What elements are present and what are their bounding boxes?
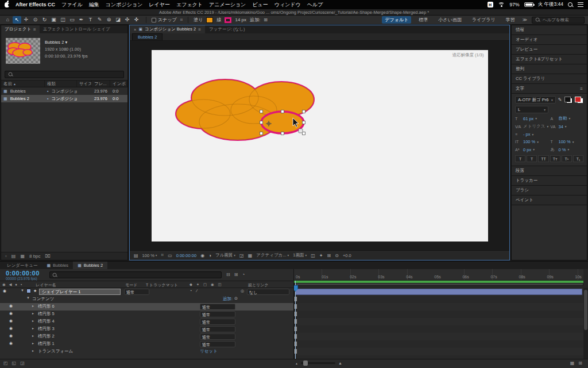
character-field[interactable]: A自動▾ — [551, 116, 584, 121]
transform-label[interactable]: トランスフォーム — [38, 348, 73, 354]
column-framerate[interactable]: フレ... — [92, 80, 110, 87]
orbit-tool-icon[interactable]: ↻ — [40, 16, 49, 24]
fill-stroke-chip[interactable] — [575, 97, 583, 103]
visibility-eye-icon[interactable]: ◉ — [9, 326, 13, 331]
parent-select[interactable]: なし▾ — [247, 289, 289, 295]
magnification-select[interactable]: 100 %▾ — [142, 253, 157, 258]
notification-center-icon[interactable] — [578, 2, 583, 7]
interpret-footage-icon[interactable]: ▫ — [5, 254, 7, 259]
contents-group-row[interactable]: ▼ コンテンツ 追加: ⊙ — [0, 296, 293, 303]
twirl-right-icon[interactable]: ▸ — [32, 319, 34, 323]
visibility-eye-icon[interactable]: ◉ — [3, 289, 6, 293]
column-layer-name[interactable]: レイヤー名 — [36, 282, 56, 288]
layer-switches[interactable]: ◔ ∕ — [189, 289, 199, 293]
column-import[interactable]: インポ — [110, 80, 127, 87]
tab-effect-controls[interactable]: エフェクトコントロール シェイプ — [40, 25, 114, 33]
fill-color-swatch[interactable] — [206, 17, 213, 23]
menubar-item[interactable]: アニメーション — [209, 1, 246, 9]
workspace-tab[interactable]: 小さい画面 — [435, 16, 464, 24]
楕円形 1[interactable]: ◉ ▸ 楕円形 1 通常▾ — [0, 340, 293, 348]
snap-options-icon[interactable]: ⌗ — [180, 17, 183, 23]
twirl-right-icon[interactable]: ▸ — [32, 326, 34, 330]
panel-menu-icon[interactable]: ≡ — [198, 27, 201, 32]
color-depth-label[interactable]: 8 bpc — [29, 254, 41, 259]
column-mode[interactable]: モード — [125, 282, 137, 288]
resolution-select[interactable]: フル画質▾ — [215, 252, 235, 258]
help-search-input[interactable]: ヘルプを検索 — [532, 17, 585, 24]
visibility-eye-icon[interactable]: ◉ — [9, 304, 13, 308]
楕円形 4[interactable]: ◉ ▸ 楕円形 4 通常▾ — [0, 318, 293, 325]
shape-group-name[interactable]: 楕円形 4 — [38, 319, 55, 324]
region-of-interest-icon[interactable]: ◲ — [239, 253, 244, 258]
channels-icon[interactable]: ◑ — [208, 253, 211, 258]
character-field[interactable]: あ0 %▾ — [551, 147, 584, 152]
pixel-aspect-icon[interactable]: ◫ — [311, 253, 315, 258]
preview-time[interactable]: 0:00:00:00 — [176, 253, 196, 258]
work-area-bar[interactable] — [294, 283, 583, 286]
tab-project[interactable]: プロジェクト ≡ — [1, 25, 40, 33]
toggle-switches-modes-icon[interactable]: ▦ — [570, 361, 575, 366]
timeline-tab[interactable]: ▦Bubbles — [42, 262, 73, 269]
font-family-select[interactable]: A-OTF 新ゴ Pr6▾ — [515, 96, 556, 103]
playhead-line[interactable] — [295, 281, 296, 359]
stroke-color-swatch[interactable] — [225, 17, 231, 23]
timeline-vertical-scrollbar[interactable] — [583, 288, 588, 359]
type-tool-icon[interactable]: T — [86, 16, 95, 24]
layer-duration-bar[interactable] — [295, 289, 582, 295]
character-field[interactable]: VA34▾ — [551, 124, 584, 129]
zoom-slider[interactable] — [301, 362, 335, 364]
wifi-icon[interactable] — [498, 2, 505, 7]
selected-item-name[interactable]: Bubbles 2 ▾ — [45, 40, 88, 45]
visibility-eye-icon[interactable]: ◉ — [9, 319, 13, 323]
text-style-button[interactable]: TT — [538, 155, 548, 162]
楕円形 5[interactable]: ◉ ▸ 楕円形 5 通常▾ — [0, 310, 293, 318]
workspace-tab[interactable]: ライブラリ — [469, 16, 498, 24]
menubar-item[interactable]: レイヤー — [149, 1, 170, 9]
panel-header[interactable]: エフェクト&プリセット — [512, 55, 587, 64]
shape-group-name[interactable]: 楕円形 6 — [38, 304, 55, 309]
column-name[interactable]: 名前▲ — [1, 80, 45, 87]
column-size[interactable]: サイズ — [77, 80, 92, 87]
menubar-clock[interactable]: 火 午後3:44 — [538, 1, 563, 8]
text-style-button[interactable]: T — [515, 155, 525, 162]
panel-menu-icon[interactable]: ≡ — [580, 86, 583, 91]
spotlight-search-icon[interactable] — [568, 2, 573, 7]
panel-header[interactable]: トラッカー — [512, 176, 587, 186]
zoom-in-icon[interactable]: ▲ — [338, 361, 342, 365]
character-field[interactable]: V⁄Aメトリクス▾ — [515, 124, 548, 129]
shape-blend-mode-select[interactable]: 通常▾ — [200, 311, 235, 317]
text-color-chips[interactable] — [564, 97, 573, 103]
character-field[interactable]: Aª0 px▾ — [515, 147, 548, 152]
zoom-tool-icon[interactable]: ⊙ — [31, 16, 40, 24]
status-app-badge-icon[interactable]: H — [488, 2, 493, 7]
draft-3d-icon[interactable]: ⊞ — [234, 272, 238, 277]
label-color-chip[interactable] — [26, 289, 31, 293]
add-shape-icon[interactable]: ⊞ — [264, 17, 268, 22]
transform-reset-link[interactable]: リセット — [200, 348, 218, 354]
view-layout-select[interactable]: 1画面▾ — [293, 252, 307, 258]
eyedropper-icon[interactable]: ✎ — [558, 97, 562, 102]
delete-item-icon[interactable]: ⌧ — [45, 254, 51, 259]
snap-checkbox[interactable] — [152, 18, 156, 22]
Bubbles 2[interactable]: ▦Bubbles 2 ▪コンポジション 23.976 0:0 — [1, 95, 127, 102]
twirl-down-icon[interactable]: ▼ — [21, 289, 24, 292]
text-style-button[interactable]: Tᴛ — [550, 155, 560, 162]
text-style-button[interactable]: T — [527, 155, 537, 162]
active-camera-select[interactable]: アクティブカ...▾ — [256, 252, 289, 258]
font-style-select[interactable]: L▾ — [515, 106, 548, 113]
scrollbar-thumb[interactable] — [584, 290, 587, 330]
grid-guides-icon[interactable]: ⌗ — [161, 252, 164, 258]
timeline-tab[interactable]: レンダーキュー — [0, 262, 42, 269]
visibility-eye-icon[interactable]: ◉ — [9, 311, 13, 316]
add-label[interactable]: 追加: — [250, 17, 260, 23]
character-field[interactable]: T61 px▾ — [515, 116, 548, 121]
workspace-tab[interactable]: デフォルト — [382, 16, 411, 24]
stroke-label[interactable]: 線 — [216, 17, 221, 23]
expand-layers-icon[interactable]: ◰ — [3, 361, 8, 366]
project-item-thumbnail[interactable] — [6, 38, 40, 64]
battery-icon[interactable] — [524, 2, 533, 7]
frame-blend-icon[interactable]: ◔ — [242, 272, 245, 277]
eraser-tool-icon[interactable]: ◪ — [114, 16, 122, 24]
panel-menu-icon[interactable]: ≡ — [33, 27, 36, 32]
column-parent-link[interactable]: 親とリンク — [248, 282, 269, 288]
